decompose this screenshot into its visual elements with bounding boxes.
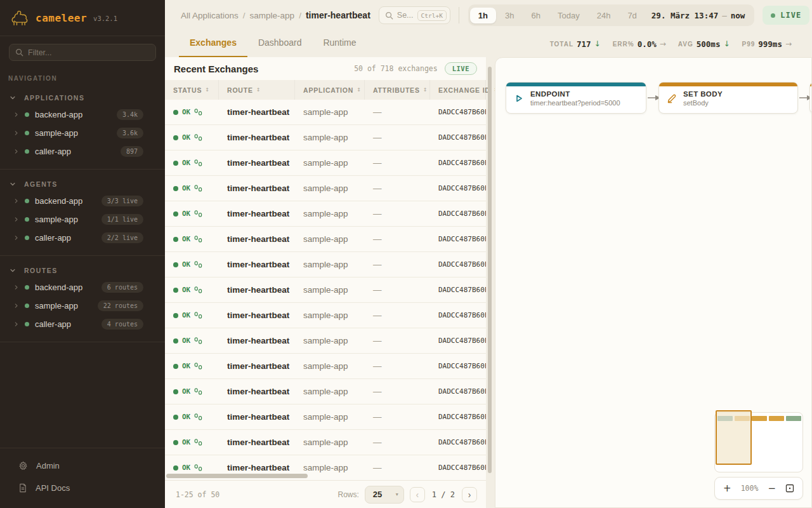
search-icon (385, 11, 393, 20)
sidebar-footer-admin[interactable]: Admin (0, 455, 165, 477)
sidebar-item-backend-app[interactable]: backend-app 3.4k (0, 105, 165, 124)
trend-down-icon: ↓ (723, 39, 730, 48)
search-input[interactable]: Se... Ctrl+K (379, 6, 450, 24)
sidebar-filter-input[interactable]: Filter... (9, 44, 156, 61)
attributes-cell: — (365, 184, 430, 193)
table-row[interactable]: OK timer-heartbeat sample-app — DADCC487… (165, 404, 486, 430)
status-ok-dot (173, 237, 178, 242)
sidebar-section-applications[interactable]: APPLICATIONS (0, 91, 165, 105)
table-row[interactable]: OK timer-heartbeat sample-app — DADCC487… (165, 125, 486, 150)
attributes-cell: — (365, 107, 430, 117)
chevron-right-icon (13, 235, 19, 241)
tab-exchanges[interactable]: Exchanges (179, 30, 247, 57)
route-cell: timer-heartbeat (219, 209, 295, 218)
status-ok-dot (173, 262, 178, 267)
column-header-status[interactable]: STATUS↕ (165, 80, 219, 100)
table-row[interactable]: OK timer-heartbeat sample-app — DADCC487… (165, 252, 486, 277)
live-toggle[interactable]: LIVE (763, 6, 809, 25)
table-row[interactable]: OK timer-heartbeat sample-app — DADCC487… (165, 150, 486, 176)
zoom-out-button[interactable]: − (768, 483, 776, 494)
sort-icon: ↕ (357, 87, 362, 93)
prev-page-button[interactable]: ‹ (410, 487, 425, 502)
table-row[interactable]: OK timer-heartbeat sample-app — DADCC487… (165, 430, 486, 455)
route-flow-canvas[interactable]: ENDPOINTtimer:heartbeat?period=5000SET B… (495, 57, 812, 508)
sort-icon: ↕ (423, 87, 428, 93)
status-ok-dot (173, 110, 178, 115)
sidebar-item-sample-app[interactable]: sample-app 3.6k (0, 124, 165, 142)
pagination-bar: 1-25 of 50 Rows: 25 ▾ ‹ 1 / 2 › (165, 480, 486, 508)
table-row[interactable]: OK timer-heartbeat sample-app — DADCC487… (165, 100, 486, 125)
status-dot (25, 199, 29, 203)
column-header-application[interactable]: APPLICATION↕ (295, 80, 365, 100)
chevron-down-icon: ▾ (396, 491, 398, 497)
time-range-3h[interactable]: 3h (497, 8, 522, 23)
tab-runtime[interactable]: Runtime (312, 30, 367, 57)
table-row[interactable]: OK timer-heartbeat sample-app — DADCC487… (165, 303, 486, 328)
sidebar-section-routes[interactable]: ROUTES (0, 264, 165, 278)
app-name: cameleer (36, 12, 87, 24)
minimap-viewport[interactable] (716, 410, 752, 465)
application-cell: sample-app (295, 463, 365, 472)
horizontal-scrollbar[interactable] (166, 474, 308, 478)
table-row[interactable]: OK timer-heartbeat sample-app — DADCC487… (165, 201, 486, 227)
breadcrumb-all-applications[interactable]: All Applications (181, 11, 239, 20)
time-range-6h[interactable]: 6h (523, 8, 549, 23)
route-cell: timer-heartbeat (219, 107, 295, 117)
time-range-today[interactable]: Today (549, 8, 588, 23)
flow-node-set-body[interactable]: SET BODYsetBody (658, 82, 798, 114)
rows-per-page-select[interactable]: 25 ▾ (365, 486, 404, 504)
vertical-scrollbar[interactable] (488, 67, 492, 473)
fit-view-button[interactable] (785, 484, 794, 493)
table-row[interactable]: OK timer-heartbeat sample-app — DADCC487… (165, 354, 486, 379)
sidebar: cameleer v3.2.1 Filter... NAVIGATION APP… (0, 0, 165, 508)
flow-node-partial[interactable] (809, 82, 812, 114)
exchange-id-cell: DADCC487B60F8 (430, 362, 486, 370)
date-range-display[interactable]: 29. März 13:47–now (652, 11, 745, 20)
status-dot (25, 285, 29, 290)
sidebar-item-caller-app[interactable]: caller-app 2/2 live (0, 229, 165, 247)
attributes-cell: — (365, 234, 430, 244)
next-page-button[interactable]: › (462, 487, 477, 502)
breadcrumb-sample-app[interactable]: sample-app (250, 11, 295, 20)
flow-node-endpoint[interactable]: ENDPOINTtimer:heartbeat?period=5000 (506, 82, 646, 114)
table-row[interactable]: OK timer-heartbeat sample-app — DADCC487… (165, 227, 486, 252)
sidebar-item-caller-app[interactable]: caller-app 897 (0, 142, 165, 161)
table-row[interactable]: OK timer-heartbeat sample-app — DADCC487… (165, 176, 486, 201)
time-range-7d[interactable]: 7d (619, 8, 645, 23)
chevron-right-icon (13, 198, 19, 204)
exchange-id-cell: DADCC487B60F8 (430, 133, 486, 142)
node-accent-bar (506, 83, 646, 86)
column-header-exchange-id[interactable]: EXCHANGE ID↕ (430, 80, 486, 100)
sidebar-item-backend-app[interactable]: backend-app 3/3 live (0, 192, 165, 210)
breadcrumb-timer-heartbeat: timer-heartbeat (306, 10, 370, 20)
sidebar-item-sample-app[interactable]: sample-app 1/1 live (0, 210, 165, 229)
sidebar-section-agents[interactable]: AGENTS (0, 177, 165, 192)
sidebar-footer-api-docs[interactable]: API Docs (0, 477, 165, 499)
sidebar-item-backend-app[interactable]: backend-app 6 routes (0, 278, 165, 297)
table-row[interactable]: OK timer-heartbeat sample-app — DADCC487… (165, 328, 486, 354)
table-row[interactable]: OK timer-heartbeat sample-app — DADCC487… (165, 277, 486, 303)
status-ok-dot (173, 415, 178, 420)
column-header-route[interactable]: ROUTE↕ (219, 80, 295, 100)
table-header: STATUS↕ROUTE↕APPLICATION↕ATTRIBUTES↕EXCH… (165, 80, 486, 100)
flow-minimap[interactable] (714, 412, 803, 472)
sidebar-item-caller-app[interactable]: caller-app 4 routes (0, 315, 165, 333)
chevron-right-icon (13, 217, 19, 222)
sidebar-footer-label: Admin (36, 461, 60, 471)
minimap-node-bar (786, 416, 801, 421)
zoom-in-button[interactable]: + (723, 483, 731, 494)
time-range-1h[interactable]: 1h (470, 8, 496, 23)
row-range-text: 1-25 of 50 (176, 490, 219, 499)
status-ok-dot (173, 161, 178, 166)
attributes-cell: — (365, 412, 430, 422)
application-cell: sample-app (295, 361, 365, 371)
sort-icon: ↕ (205, 87, 210, 93)
tab-dashboard[interactable]: Dashboard (247, 30, 313, 57)
time-range-24h[interactable]: 24h (589, 8, 619, 23)
route-cell: timer-heartbeat (219, 184, 295, 193)
table-row[interactable]: OK timer-heartbeat sample-app — DADCC487… (165, 379, 486, 404)
sidebar-item-sample-app[interactable]: sample-app 22 routes (0, 297, 165, 315)
column-header-attributes[interactable]: ATTRIBUTES↕ (365, 80, 430, 100)
attributes-cell: — (365, 260, 430, 269)
attributes-cell: — (365, 387, 430, 396)
